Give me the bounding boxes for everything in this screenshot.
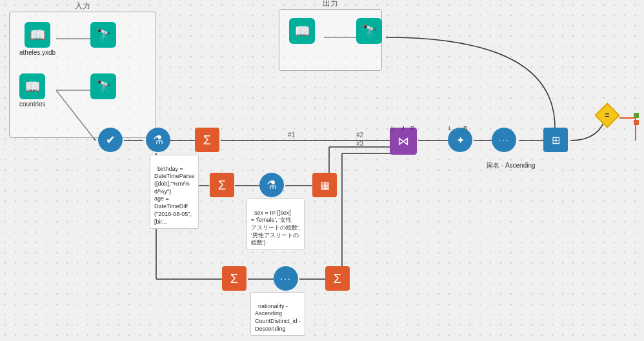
node-spatial1[interactable]: ⊞ (543, 128, 568, 152)
summarize-icon1: Σ (195, 128, 219, 152)
summarize-icon4: Σ (325, 266, 350, 291)
node-label-book1: atheles.yxdb (19, 49, 55, 56)
node-book1[interactable]: 📖 atheles.yxdb (19, 22, 55, 56)
browse-icon3: 🔭 (356, 18, 382, 44)
svg-rect-25 (634, 120, 639, 125)
node-sum3[interactable]: Σ (222, 266, 247, 291)
formula2-icon: ⚗ (259, 173, 284, 197)
tile-icon: ▦ (312, 173, 337, 197)
node-browse2[interactable]: 🔭 (90, 73, 116, 99)
sort-label: 国名 - Ascending (487, 161, 536, 170)
nat-tooltip: nationality - Ascending CountDistinct_id… (250, 292, 305, 336)
node-sum4[interactable]: Σ (325, 266, 350, 291)
formula2-tooltip: sex = IIF([sex] = 'female', '女性 アスリートの総数… (247, 199, 305, 250)
browse-icon1: 🔭 (90, 22, 116, 48)
node-filter1[interactable]: ✔ (98, 128, 123, 152)
label-2: #2 (356, 132, 363, 139)
node-label-book2: countries (19, 101, 46, 108)
node-browse3[interactable]: 🔭 (356, 18, 382, 44)
sort-diamond-container[interactable]: = (596, 104, 618, 126)
node-dot3a[interactable]: ··· (492, 128, 516, 152)
sort-diamond: = (594, 102, 620, 128)
book-icon: 📖 (25, 22, 50, 48)
node-dot3b[interactable]: ··· (274, 266, 298, 291)
node-join1[interactable]: ⋈ (390, 128, 417, 155)
join-label-r: R (410, 125, 415, 132)
label-3: #3 (356, 140, 363, 147)
input-group-title: 入力 (75, 1, 90, 12)
join-label-j: J (401, 125, 405, 132)
dot3b-icon: ··· (274, 266, 298, 291)
formula-icon: ⚗ (146, 128, 170, 152)
filter-icon: ✔ (98, 128, 123, 152)
book-icon3: 📖 (289, 18, 315, 44)
sort-diamond-icon: = (605, 111, 609, 120)
select-label-r: R (463, 125, 468, 132)
join-label-l: L (391, 125, 394, 132)
node-book3[interactable]: 📖 (289, 18, 315, 44)
dot3a-icon: ··· (492, 128, 516, 152)
label-1: #1 (288, 132, 295, 139)
node-browse1[interactable]: 🔭 (90, 22, 116, 48)
node-book2[interactable]: 📖 countries (19, 73, 46, 108)
join-icon: ⋈ (390, 128, 417, 155)
node-sum1[interactable]: Σ (195, 128, 219, 152)
formula-tooltip: birthday = DateTimeParse ([dob],"%m/% d/… (150, 155, 199, 229)
book-icon2: 📖 (19, 73, 45, 99)
node-formula1[interactable]: ⚗ (146, 128, 170, 152)
svg-rect-24 (634, 113, 639, 118)
select-label-l: L (448, 125, 452, 132)
summarize-icon3: Σ (222, 266, 247, 291)
summarize-icon2: Σ (210, 173, 234, 197)
node-tile1[interactable]: ▦ (312, 173, 337, 197)
node-sum2[interactable]: Σ (210, 173, 234, 197)
node-formula2[interactable]: ⚗ (259, 173, 284, 197)
browse-icon2: 🔭 (90, 73, 116, 99)
spatial-icon: ⊞ (543, 128, 568, 152)
output-group-title: 出力 (323, 0, 338, 9)
